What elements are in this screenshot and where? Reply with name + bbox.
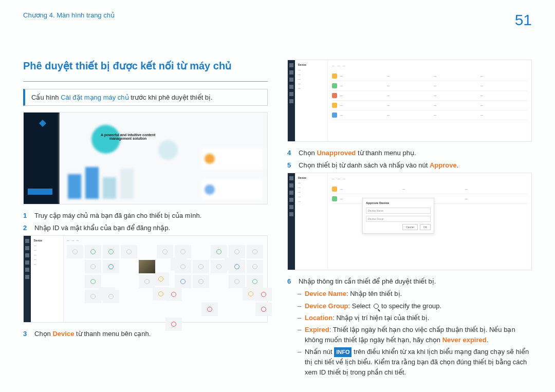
breadcrumb: Chương 4. Màn hình trang chủ — [23, 11, 115, 19]
sub-list: Device Name: Nhập tên thiết bị. Device G… — [298, 289, 532, 378]
dlg-cancel[interactable]: Cancel — [402, 224, 418, 230]
logo-icon — [39, 120, 46, 127]
note-prefix: Cấu hình — [31, 94, 61, 101]
dlg-ok[interactable]: OK — [420, 224, 431, 230]
step-5: 5 Chọn thiết bị từ danh sách và nhấp vào… — [287, 160, 532, 171]
sub-expired: Expired: Thiết lập ngày hết hạn cho việc… — [298, 325, 532, 345]
magnifier-icon — [374, 304, 379, 309]
step-4: 4 Chọn Unapproved từ thanh menu phụ. — [287, 148, 532, 158]
list-iconbar — [288, 60, 295, 141]
sub-info: Nhấn nút INFO trên điều khiển từ xa khi … — [298, 347, 532, 378]
login-button-graphic — [28, 189, 52, 195]
sub-device-group: Device Group: Select to specify the grou… — [298, 301, 532, 311]
config-note: Cấu hình Cài đặt mạng máy chủ trước khi … — [23, 89, 268, 106]
grid-side-panel: Device ————— — [31, 236, 64, 322]
info-pill: INFO — [334, 347, 351, 357]
step-list-left-b: 3 Chọn Device từ thanh menu bên cạnh. — [23, 329, 268, 339]
list-side-panel: Device ————— — [295, 60, 328, 141]
content-columns: Phê duyệt thiết bị được kết nối từ máy c… — [23, 60, 532, 380]
step-list-left-a: 1 Truy cập máy chủ mà bạn đã gán cho thi… — [23, 211, 268, 233]
screenshot-unapproved-list: Device ————— — — — ———— ———— ———— ———— —… — [287, 60, 532, 142]
screenshot-login-dashboard: A powerful and intuitive contentmanageme… — [23, 112, 268, 204]
step-1: 1 Truy cập máy chủ mà bạn đã gán cho thi… — [23, 211, 268, 221]
step-list-right-a: 4 Chọn Unapproved từ thanh menu phụ. 5 C… — [287, 148, 532, 171]
page-number: 51 — [515, 11, 532, 29]
list-main-area: — — — ———— ———— ———— ———— ———— — [328, 60, 531, 141]
section-title: Phê duyệt thiết bị được kết nối từ máy c… — [23, 60, 268, 72]
grid-main-area: — — — — [64, 236, 267, 322]
dlg-field-name[interactable]: Device Name — [366, 208, 431, 214]
right-column: Device ————— — — — ———— ———— ———— ———— —… — [287, 60, 532, 380]
sub-location: Location: Nhập vị trí hiện tại của thiết… — [298, 313, 532, 323]
approve-dialog: Approve Device Device Name Device Group … — [362, 198, 434, 234]
title-rule — [23, 81, 268, 82]
screenshot-device-grid: Device ————— — — — — [23, 235, 268, 323]
left-column: Phê duyệt thiết bị được kết nối từ máy c… — [23, 60, 268, 380]
screenshot-approve-dialog: Device ————— — — — ——— ——— Approve Devic… — [287, 173, 532, 270]
dash-main-area — [60, 113, 267, 204]
sub-device-name: Device Name: Nhập tên thiết bị. — [298, 289, 532, 299]
page-header: Chương 4. Màn hình trang chủ 51 — [23, 11, 532, 29]
dlg-iconbar — [288, 173, 295, 270]
note-suffix: trước khi phê duyệt thiết bị. — [129, 94, 213, 101]
grid-iconbar — [24, 236, 31, 322]
dlg-field-group[interactable]: Device Group — [366, 216, 431, 222]
step-6: 6 Nhập thông tin cần thiết để phê duyệt … — [287, 276, 532, 287]
note-link[interactable]: Cài đặt mạng máy chủ — [61, 94, 128, 101]
step-3: 3 Chọn Device từ thanh menu bên cạnh. — [23, 329, 268, 339]
step-list-right-b: 6 Nhập thông tin cần thiết để phê duyệt … — [287, 276, 532, 287]
dash-tagline: A powerful and intuitive contentmanageme… — [101, 133, 155, 140]
step-2: 2 Nhập ID và mật khẩu của bạn để đăng nh… — [23, 223, 268, 233]
dash-sidebar — [24, 113, 60, 204]
dlg-side-panel: Device ————— — [295, 173, 328, 270]
